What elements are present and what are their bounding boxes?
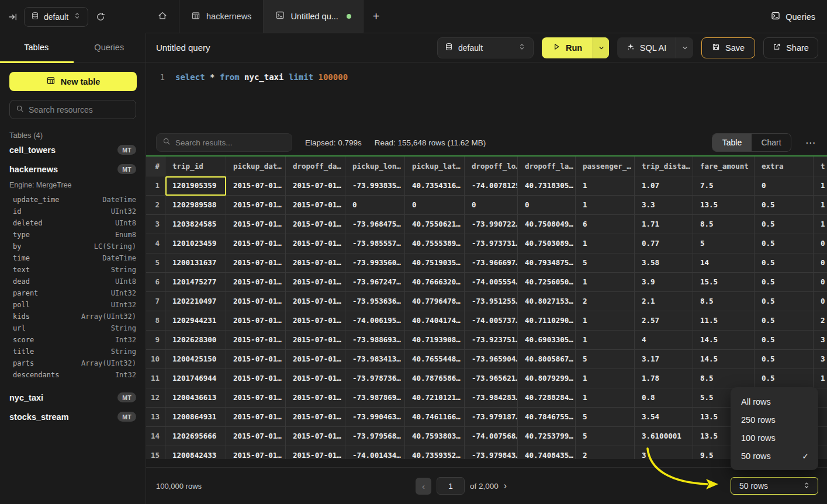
results-search-input[interactable] — [175, 138, 286, 147]
table-cell[interactable]: 2015-07-01… — [286, 215, 345, 234]
table-cell[interactable]: 2015-07-01… — [286, 427, 345, 446]
table-cell[interactable]: -73.985557… — [345, 234, 405, 253]
table-cell[interactable]: 0 — [465, 196, 518, 215]
table-cell[interactable]: 3.58 — [635, 253, 693, 273]
table-cell[interactable]: 1 — [576, 331, 635, 350]
table-cell[interactable]: 1 — [576, 388, 635, 408]
table-cell[interactable]: 1.07 — [635, 176, 693, 196]
table-cell[interactable]: 2015-07-01… — [286, 408, 345, 427]
row-number-cell[interactable]: 13 — [146, 408, 165, 427]
table-cell[interactable]: 1202210497 — [165, 292, 226, 311]
column-header[interactable]: dropoff_da… — [286, 157, 345, 176]
sidebar-tab-tables[interactable]: Tables — [0, 33, 73, 62]
table-cell[interactable]: 14.5 — [693, 350, 755, 369]
table-cell[interactable]: 1 — [576, 234, 635, 253]
table-cell[interactable]: 1201746944 — [165, 369, 226, 388]
table-cell[interactable]: 2015-07-01… — [286, 176, 345, 196]
table-cell[interactable]: 3 — [814, 331, 827, 350]
table-cell[interactable]: 14 — [693, 253, 755, 273]
table-cell[interactable]: 1200864931 — [165, 408, 226, 427]
table-cell[interactable]: 0.5 — [755, 253, 814, 273]
table-cell[interactable]: 0.5 — [755, 311, 814, 331]
table-cell[interactable]: -73.987869… — [345, 388, 405, 408]
table-cell[interactable]: -74.007568… — [465, 427, 518, 446]
table-cell[interactable]: 40.7846755… — [518, 408, 576, 427]
sidebar-item-cell-towers[interactable]: cell_towers MT — [0, 140, 146, 159]
queries-button[interactable]: Queries — [771, 0, 815, 33]
page-size-option[interactable]: All rows — [731, 392, 818, 411]
table-cell[interactable]: 40.7288284… — [518, 388, 576, 408]
table-cell[interactable]: 0 — [405, 196, 465, 215]
table-cell[interactable]: 0 — [518, 196, 576, 215]
table-cell[interactable]: 40.7354316… — [405, 176, 465, 196]
table-cell[interactable]: -73.951255… — [465, 292, 518, 311]
table-cell[interactable]: 0.5 — [755, 350, 814, 369]
table-cell[interactable]: 0 — [814, 292, 827, 311]
table-cell[interactable]: 2015-07-01… — [226, 311, 286, 331]
table-cell[interactable]: 40.7519035… — [405, 253, 465, 273]
table-cell[interactable]: 5 — [576, 253, 635, 273]
table-cell[interactable]: -73.988693… — [345, 331, 405, 350]
table-cell[interactable]: 40.7253799… — [518, 427, 576, 446]
page-size-option[interactable]: 250 rows — [731, 411, 818, 429]
more-options-icon[interactable]: ⋯ — [804, 137, 817, 149]
table-cell[interactable]: 40.7461166… — [405, 408, 465, 427]
table-cell[interactable]: 7.5 — [693, 176, 755, 196]
table-cell[interactable]: 2015-07-01… — [226, 215, 286, 234]
table-cell[interactable]: 2015-07-01… — [226, 331, 286, 350]
table-cell[interactable]: 1201475277 — [165, 273, 226, 292]
table-cell[interactable]: 14.5 — [693, 331, 755, 350]
view-toggle-chart[interactable]: Chart — [752, 134, 791, 151]
new-table-button[interactable]: New table — [9, 72, 137, 91]
save-button[interactable]: Save — [701, 37, 755, 58]
table-cell[interactable]: 3 — [814, 350, 827, 369]
table-cell[interactable]: 2015-07-01… — [286, 234, 345, 253]
view-toggle-table[interactable]: Table — [712, 134, 752, 151]
row-number-cell[interactable]: 9 — [146, 331, 165, 350]
table-cell[interactable]: -73.993560… — [345, 253, 405, 273]
table-cell[interactable]: 40.7508049… — [518, 215, 576, 234]
table-cell[interactable]: 2015-07-01… — [286, 253, 345, 273]
results-search[interactable] — [156, 133, 292, 152]
table-cell[interactable]: 0.5 — [755, 234, 814, 253]
row-number-cell[interactable]: 14 — [146, 427, 165, 446]
table-cell[interactable]: 2015-07-01… — [286, 273, 345, 292]
table-cell[interactable]: 2015-07-01… — [286, 292, 345, 311]
table-cell[interactable]: 3 — [635, 446, 693, 459]
table-cell[interactable]: 1 — [576, 176, 635, 196]
table-cell[interactable]: 1 — [814, 196, 827, 215]
table-cell[interactable]: 40.8079299… — [518, 369, 576, 388]
row-number-cell[interactable]: 10 — [146, 350, 165, 369]
table-cell[interactable]: 8.5 — [693, 215, 755, 234]
table-cell[interactable]: 2015-07-01… — [286, 446, 345, 459]
column-header[interactable]: t — [814, 157, 827, 176]
table-cell[interactable]: 3.3 — [635, 196, 693, 215]
row-number-cell[interactable]: 4 — [146, 234, 165, 253]
table-cell[interactable]: 40.7318305… — [518, 176, 576, 196]
column-header[interactable]: dropoff_lo… — [465, 157, 518, 176]
row-number-cell[interactable]: 7 — [146, 292, 165, 311]
table-cell[interactable]: -73.990463… — [345, 408, 405, 427]
column-header[interactable]: trip_id — [165, 157, 226, 176]
table-cell[interactable]: 40.7593803… — [405, 427, 465, 446]
row-number-cell[interactable]: 12 — [146, 388, 165, 408]
table-cell[interactable]: 40.8005867… — [518, 350, 576, 369]
tab-home[interactable] — [146, 0, 179, 33]
table-cell[interactable]: 1200436613 — [165, 388, 226, 408]
page-size-option[interactable]: 100 rows — [731, 429, 818, 447]
table-cell[interactable]: -73.965904… — [465, 350, 518, 369]
row-number-cell[interactable]: 8 — [146, 311, 165, 331]
page-size-select[interactable]: 50 rows — [731, 477, 818, 495]
column-header[interactable]: pickup_lon… — [345, 157, 405, 176]
table-cell[interactable]: 3.54 — [635, 408, 693, 427]
tab-hackernews[interactable]: hackernews — [179, 0, 264, 33]
page-size-option[interactable]: 50 rows✓ — [731, 447, 818, 465]
database-selector-top[interactable]: default — [24, 7, 88, 27]
table-cell[interactable]: 2 — [576, 292, 635, 311]
column-header[interactable]: fare_amount — [693, 157, 755, 176]
table-cell[interactable]: -73.993835… — [345, 176, 405, 196]
sql-ai-button[interactable]: SQL AI — [617, 37, 693, 58]
table-cell[interactable]: 0 — [814, 234, 827, 253]
run-options-caret[interactable] — [593, 37, 609, 58]
table-cell[interactable]: 15.5 — [693, 273, 755, 292]
